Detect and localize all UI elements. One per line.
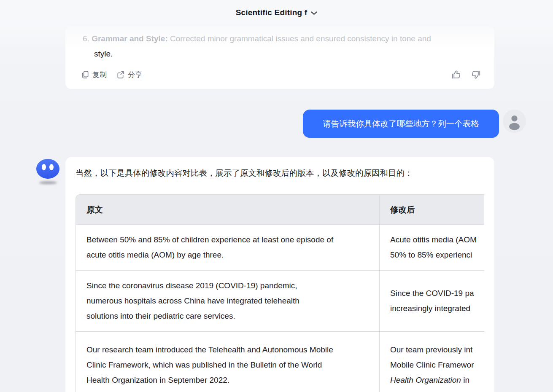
assistant-message-card: 当然，以下是具体的修改内容对比表，展示了原文和修改后的版本，以及修改的原因和目的… [65, 157, 494, 392]
journal-name-italic: Health Organization [390, 376, 461, 384]
comparison-table: 原文 修改后 Between 50% and 85% of children e… [76, 194, 484, 392]
copy-icon [81, 70, 89, 79]
cell-modified-2: Since the COVID-19 pa increasingly integ… [380, 271, 484, 332]
table-row: Between 50% and 85% of children experien… [76, 225, 484, 271]
share-label: 分享 [128, 70, 142, 80]
thumbs-down-icon [471, 69, 482, 80]
cell-modified-1: Acute otitis media (AOM 50% to 85% exper… [380, 225, 484, 271]
share-icon [116, 70, 125, 79]
list-item-number: 6. [83, 34, 89, 43]
comparison-table-container[interactable]: 原文 修改后 Between 50% and 85% of children e… [76, 194, 484, 392]
modified-line: Mobile Clinic Framewor [390, 360, 474, 369]
table-row: Our research team introduced the Telehea… [76, 332, 484, 392]
cell-original-2: Since the coronavirus disease 2019 (COVI… [76, 271, 380, 332]
copy-label: 复制 [92, 70, 107, 80]
avatar-eye [42, 164, 46, 170]
user-avatar [503, 110, 526, 133]
assistant-avatar [36, 159, 59, 179]
table-header-row: 原文 修改后 [76, 194, 484, 225]
thumbs-up-button[interactable] [450, 69, 461, 80]
user-message-text: 请告诉我你具体改了哪些地方？列一个表格 [323, 118, 479, 129]
cell-modified-3: Our team previously intMobile Clinic Fra… [380, 332, 484, 392]
assistant-intro-text: 当然，以下是具体的修改内容对比表，展示了原文和修改后的版本，以及修改的原因和目的… [76, 167, 484, 179]
message-action-row: 复制 分享 [65, 69, 494, 80]
list-item-grammar-style: 6. Grammar and Style: Corrected minor gr… [83, 31, 483, 62]
thumbs-up-icon [450, 69, 461, 80]
table-row: Since the coronavirus disease 2019 (COVI… [76, 271, 484, 332]
page-title: Scientific Editing f [236, 8, 308, 17]
column-header-original: 原文 [76, 194, 380, 225]
thumbs-down-button[interactable] [471, 69, 482, 80]
modified-line: Our team previously int [390, 345, 472, 354]
user-message-bubble: 请告诉我你具体改了哪些地方？列一个表格 [303, 110, 499, 138]
rating-group [450, 69, 482, 80]
avatar-shadow [39, 181, 57, 184]
cell-original-3: Our research team introduced the Telehea… [76, 332, 380, 392]
conversation-title-dropdown[interactable]: Scientific Editing f [236, 8, 318, 17]
list-item-label: Grammar and Style: [92, 34, 168, 43]
column-header-modified: 修改后 [380, 194, 484, 225]
cell-original-1: Between 50% and 85% of children experien… [76, 225, 380, 271]
modified-line: in [461, 376, 469, 384]
chevron-down-icon [311, 11, 317, 15]
user-person-icon [503, 110, 526, 133]
assistant-message-card-previous: 6. Grammar and Style: Corrected minor gr… [65, 26, 494, 89]
avatar-eye [49, 164, 54, 170]
message-text: 6. Grammar and Style: Corrected minor gr… [65, 26, 494, 62]
list-item-text-continued: style. [94, 49, 113, 58]
share-button[interactable]: 分享 [116, 70, 142, 80]
title-bar: Scientific Editing f [0, 0, 553, 25]
copy-button[interactable]: 复制 [81, 70, 107, 80]
list-item-text: Corrected minor grammatical issues and e… [168, 34, 431, 43]
